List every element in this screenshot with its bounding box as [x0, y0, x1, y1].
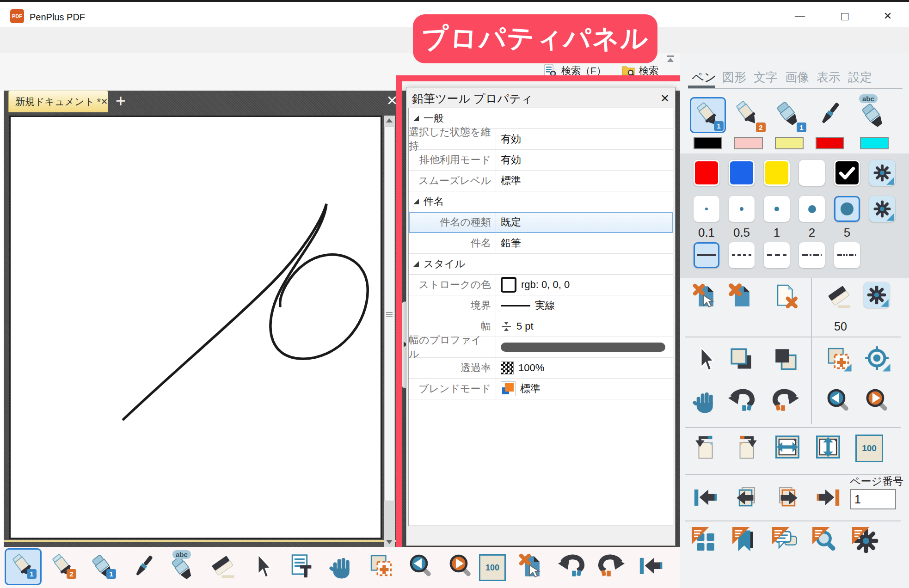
section-style[interactable]: スタイル — [409, 254, 673, 275]
vertical-scrollbar[interactable] — [384, 116, 395, 547]
prop-value[interactable]: 既定 — [496, 212, 673, 233]
tab-shapes[interactable]: 図形 — [722, 69, 746, 86]
toolbar-first-page-button[interactable] — [638, 553, 664, 580]
toolbar-brush-button[interactable] — [130, 553, 157, 580]
pdf-page[interactable] — [9, 116, 382, 539]
fit-width-button[interactable] — [774, 434, 801, 460]
prop-value[interactable]: 鉛筆 — [496, 233, 673, 253]
eraser-tool-button[interactable] — [826, 283, 853, 310]
prop-value[interactable]: 有効 — [496, 150, 673, 170]
brush-tool-button[interactable] — [812, 97, 848, 133]
page-number-input[interactable]: 1 — [850, 489, 896, 509]
undo-button[interactable] — [728, 387, 755, 414]
last-page-button[interactable] — [815, 484, 841, 511]
fit-height-button[interactable] — [815, 434, 841, 460]
width-profile-bar[interactable] — [501, 343, 665, 352]
prop-row-selected[interactable]: 件名の種類既定 — [409, 212, 673, 233]
prop-value[interactable]: 実線 — [496, 295, 673, 316]
bring-to-front-button[interactable] — [728, 346, 755, 373]
pen2-tool-button[interactable]: 2 — [731, 97, 767, 133]
marker1-tool-button[interactable]: 1 — [771, 97, 807, 133]
redo-button[interactable] — [772, 387, 799, 414]
comments-panel-button[interactable] — [772, 527, 800, 555]
scrollbar-thumb[interactable] — [384, 127, 394, 501]
prop-value[interactable]: 100% — [496, 358, 673, 378]
prop-row[interactable]: 選択した状態を維持有効 — [409, 129, 673, 150]
prop-row[interactable]: 件名鉛筆 — [409, 233, 673, 254]
document-tab[interactable]: 新規ドキュメント * ✕ — [8, 91, 108, 112]
tabstrip-close-icon[interactable]: ✕ — [384, 92, 400, 109]
scroll-down-icon[interactable] — [386, 540, 393, 544]
color-black-selected[interactable] — [834, 160, 860, 186]
next-page-button[interactable] — [774, 484, 801, 511]
close-button[interactable]: ✕ — [881, 10, 895, 22]
prop-value[interactable]: 標準 — [496, 171, 673, 191]
color-settings-button[interactable] — [869, 160, 895, 186]
color-blue[interactable] — [729, 160, 755, 186]
line-solid-button-selected[interactable] — [694, 242, 719, 268]
section-subject[interactable]: 件名 — [409, 191, 673, 212]
search-button[interactable]: 検索 — [621, 64, 658, 77]
bookmarks-panel-button[interactable] — [732, 527, 760, 555]
first-page-button[interactable] — [692, 484, 719, 511]
color-yellow[interactable] — [764, 160, 790, 186]
next-view-button[interactable] — [865, 387, 891, 414]
size-0-5-button[interactable] — [729, 196, 755, 222]
tab-settings[interactable]: 設定 — [848, 69, 872, 86]
toolbar-pen1-button[interactable]: 1 — [11, 553, 37, 580]
toolbar-abc-pen-button[interactable]: abc — [170, 553, 197, 580]
zoom-100-button[interactable]: 100 — [855, 435, 883, 462]
line-long-dash-button[interactable] — [764, 242, 790, 268]
toolbar-undo-button[interactable] — [558, 553, 585, 580]
line-dashed-button[interactable] — [729, 242, 755, 268]
prop-value[interactable]: 5 pt — [496, 316, 673, 337]
properties-panel-header[interactable]: 鉛筆ツール プロパティ ✕ — [408, 89, 673, 108]
toolbar-eraser-button[interactable] — [209, 553, 236, 580]
delete-page-strokes-button[interactable] — [728, 283, 755, 310]
toolbar-zoom-100-button[interactable]: 100 — [479, 554, 506, 581]
prop-value[interactable]: 有効 — [496, 129, 673, 149]
scroll-up-icon[interactable] — [386, 118, 393, 122]
toolbar-zoom-region-button[interactable] — [369, 553, 395, 580]
rotate-left-button[interactable] — [692, 434, 719, 460]
stroke-color-swatch[interactable] — [501, 277, 516, 293]
color-white[interactable] — [799, 160, 825, 186]
toolbar-next-view-button[interactable] — [448, 553, 475, 580]
prop-value[interactable]: 標準 — [496, 379, 673, 399]
size-1-button[interactable] — [764, 196, 790, 222]
thumbnails-panel-button[interactable] — [692, 527, 719, 555]
previous-view-button[interactable] — [826, 387, 853, 414]
settings-panel-button[interactable] — [852, 527, 880, 555]
previous-page-button[interactable] — [733, 484, 760, 511]
pen1-tool-button[interactable]: 1 — [690, 97, 726, 133]
size-0-1-button[interactable] — [694, 196, 719, 222]
new-tab-button[interactable]: + — [112, 93, 129, 110]
toolbar-marker1-button[interactable]: 1 — [90, 553, 117, 580]
prop-row[interactable]: ブレンドモード標準 — [409, 379, 673, 399]
size-2-button[interactable] — [799, 196, 825, 222]
send-to-back-button[interactable] — [772, 346, 799, 373]
select-tool-button[interactable] — [692, 346, 719, 373]
minimize-button[interactable]: — — [793, 10, 807, 22]
zoom-region-button[interactable] — [826, 346, 853, 373]
find-button[interactable]: 検索（F） — [544, 64, 606, 77]
size-settings-button[interactable] — [869, 196, 895, 222]
prop-row[interactable]: 幅のプロファイル — [409, 337, 673, 358]
color-red[interactable] — [694, 160, 719, 186]
scroll-top-icon[interactable] — [666, 55, 676, 65]
toolbar-pen2-button[interactable]: 2 — [50, 553, 77, 580]
prop-row[interactable]: 排他利用モード有効 — [409, 150, 673, 171]
hand-pan-button[interactable] — [692, 387, 719, 414]
toolbar-hand-button[interactable] — [329, 553, 356, 580]
abc-pen-tool-button[interactable]: abc — [856, 97, 892, 133]
prop-row[interactable]: スムーズレベル標準 — [409, 171, 673, 191]
delete-page-button[interactable] — [772, 283, 799, 310]
toolbar-delete-stroke-button[interactable] — [518, 553, 545, 580]
properties-panel-close-icon[interactable]: ✕ — [660, 92, 669, 105]
tab-pen[interactable]: ペン — [692, 69, 716, 86]
prop-row[interactable]: 透過率100% — [409, 358, 673, 379]
toolbar-text-tool-button[interactable] — [289, 553, 316, 580]
center-view-button[interactable] — [865, 346, 891, 373]
size-5-button-selected[interactable] — [834, 196, 860, 222]
document-tab-close-icon[interactable]: ✕ — [101, 97, 108, 107]
